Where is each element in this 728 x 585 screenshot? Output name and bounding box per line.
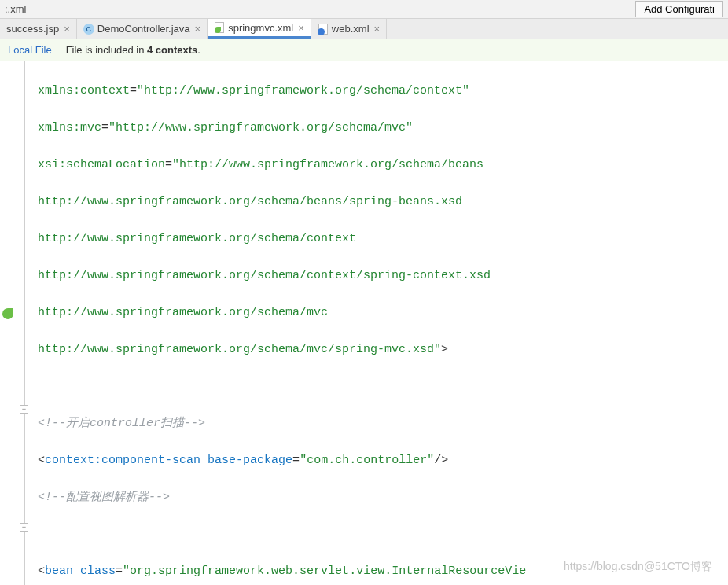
tab-label: DemoController.java xyxy=(97,23,190,35)
editor: − − xmlns:context="http://www.springfram… xyxy=(0,61,728,585)
context-info-bar: Local File File is included in 4 context… xyxy=(0,39,728,61)
close-icon[interactable]: × xyxy=(195,23,201,35)
breadcrumb-path: :.xml xyxy=(5,3,624,15)
close-icon[interactable]: × xyxy=(298,22,304,34)
tab-springmvc-xml[interactable]: springmvc.xml × xyxy=(208,19,311,39)
fold-marker-icon[interactable]: − xyxy=(20,523,28,532)
spring-config-icon xyxy=(214,22,225,33)
toolbar-icons: Add Configurati xyxy=(631,1,723,17)
toolbar: :.xml Add Configurati xyxy=(0,0,728,19)
web-xml-icon xyxy=(318,24,329,35)
add-configuration-button[interactable]: Add Configurati xyxy=(635,1,723,17)
spring-bean-icon[interactable] xyxy=(2,308,13,319)
code-area[interactable]: xmlns:context="http://www.springframewor… xyxy=(31,61,728,585)
java-class-icon: C xyxy=(83,24,94,35)
tab-success-jsp[interactable]: success.jsp × xyxy=(0,19,77,39)
tab-label: web.xml xyxy=(332,23,370,35)
gutter-fold: − − xyxy=(17,61,31,585)
tab-label: springmvc.xml xyxy=(228,22,293,34)
editor-tabs: success.jsp × C DemoController.java × sp… xyxy=(0,19,728,39)
tab-web-xml[interactable]: web.xml × xyxy=(311,19,387,39)
context-info-text: File is included in 4 contexts. xyxy=(66,44,200,56)
fold-marker-icon[interactable]: − xyxy=(20,405,28,414)
close-icon[interactable]: × xyxy=(374,23,381,35)
close-icon[interactable]: × xyxy=(64,23,70,35)
tab-democontroller-java[interactable]: C DemoController.java × xyxy=(77,19,208,39)
tab-label: success.jsp xyxy=(6,23,59,35)
gutter-icons xyxy=(0,61,17,585)
local-file-link[interactable]: Local File xyxy=(8,44,52,56)
